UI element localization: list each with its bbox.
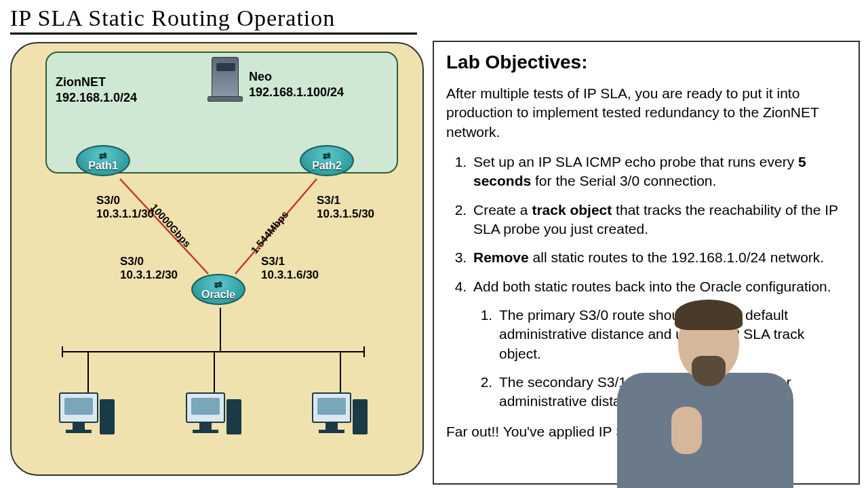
link-speed-left: 10000Gbps [149, 201, 193, 249]
oracle-right-interface: S3/1 10.3.1.6/30 [261, 255, 319, 283]
page-title: IP SLA Static Routing Operation [10, 5, 417, 35]
zionnet-label: ZionNET 192.168.1.0/24 [56, 75, 137, 106]
network-diagram: ZionNET 192.168.1.0/24 Neo 192.168.1.100… [10, 42, 424, 476]
oracle-left-interface: S3/0 10.3.1.2/30 [120, 255, 178, 283]
pc-icon-3 [312, 392, 373, 443]
neo-label: Neo 192.168.1.100/24 [249, 69, 344, 101]
presenter-overlay [610, 298, 793, 488]
objectives-intro: After multiple tests of IP SLA, you are … [446, 84, 846, 142]
objective-2: Create a track object that tracks the re… [471, 201, 846, 239]
server-base-icon [208, 96, 243, 102]
objective-3: Remove all static routes to the 192.168.… [471, 248, 846, 267]
path2-interface: S3/1 10.3.1.5/30 [317, 194, 374, 222]
router-path2: ⇄ Path2 [300, 145, 354, 176]
pc-icon-1 [59, 392, 120, 443]
router-oracle: ⇄ Oracle [191, 274, 245, 305]
pc-icon-2 [186, 392, 247, 443]
path1-interface: S3/0 10.3.1.1/30 [96, 194, 154, 222]
objectives-heading: Lab Objectives: [446, 52, 846, 73]
objective-1: Set up an IP SLA ICMP echo probe that ru… [471, 152, 846, 191]
link-speed-right: 1.544Mbps [248, 209, 290, 256]
server-icon [212, 57, 239, 99]
router-path1: ⇄ Path1 [76, 145, 130, 176]
